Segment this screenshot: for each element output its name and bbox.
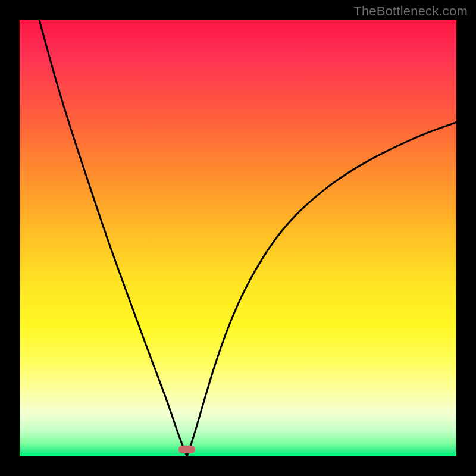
plot-area [20,20,456,456]
bottleneck-curve [20,20,456,456]
curve-path [39,20,456,456]
chart-frame: TheBottleneck.com [0,0,476,476]
minimum-marker [178,446,195,453]
watermark-text: TheBottleneck.com [353,4,468,19]
